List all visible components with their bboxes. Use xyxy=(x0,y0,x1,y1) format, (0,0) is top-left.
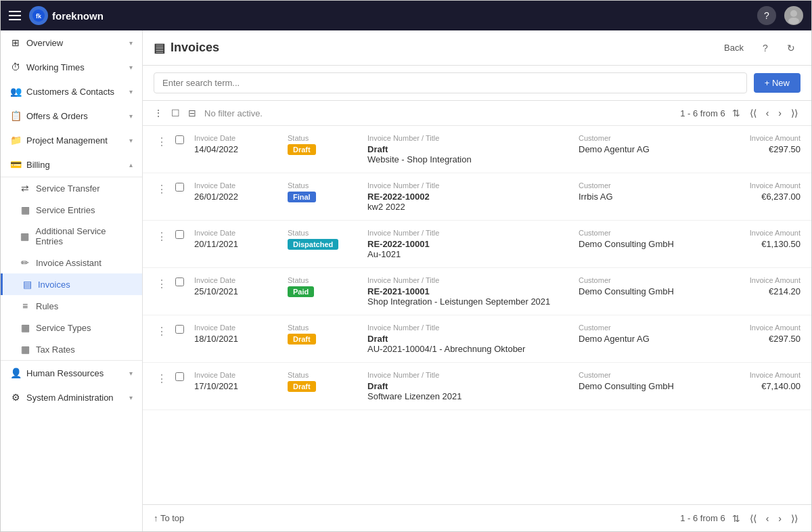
service-transfer-icon: ⇄ xyxy=(20,183,30,194)
table-row: ⋮ Invoice Date 25/10/2021 Status Paid In… xyxy=(143,268,811,315)
help-icon[interactable]: ? xyxy=(757,6,776,25)
billing-chevron: ▴ xyxy=(129,161,133,169)
row-checkbox-6[interactable] xyxy=(175,371,189,381)
row-checkbox-5[interactable] xyxy=(175,324,189,334)
sidebar-label-system-admin: System Administration xyxy=(26,393,114,403)
sidebar-item-offers-orders[interactable]: 📋 Offers & Orders ▾ xyxy=(1,104,142,128)
last-page-button[interactable]: ⟩⟩ xyxy=(788,106,800,120)
col-amount-2: Invoice Amount €6,237.00 xyxy=(719,181,800,202)
invoices-icon: ▤ xyxy=(22,279,32,290)
working-times-icon: ⏱ xyxy=(10,62,21,72)
logo-icon: fk xyxy=(29,6,48,25)
sidebar-item-service-types[interactable]: ▦ Service Types xyxy=(1,317,142,338)
sort-button[interactable]: ⇅ xyxy=(729,106,743,120)
page-title: ▤ Invoices xyxy=(154,41,219,56)
main-layout: ⊞ Overview ▾ ⏱ Working Times ▾ 👥 Custome… xyxy=(1,30,811,531)
sidebar-label-service-transfer: Service Transfer xyxy=(36,183,100,194)
refresh-button[interactable]: ↻ xyxy=(782,39,800,58)
sidebar-label-tax-rates: Tax Rates xyxy=(36,345,75,355)
offers-icon: 📋 xyxy=(10,110,21,121)
user-avatar[interactable] xyxy=(784,6,803,25)
sidebar-label-rules: Rules xyxy=(36,301,58,311)
human-ressources-icon: 👤 xyxy=(10,368,21,378)
col-status-4: Status Paid xyxy=(288,276,362,297)
system-admin-icon: ⚙ xyxy=(10,392,21,403)
new-button[interactable]: + New xyxy=(754,73,800,93)
tax-rates-icon: ▦ xyxy=(20,344,30,355)
first-page-footer-button[interactable]: ⟨⟨ xyxy=(747,512,759,525)
sidebar-item-billing[interactable]: 💳 Billing ▴ xyxy=(1,152,142,177)
col-date-6: Invoice Date 17/10/2021 xyxy=(194,371,282,391)
select-all-checkbox[interactable]: ☐ xyxy=(171,108,180,118)
sidebar-item-overview[interactable]: ⊞ Overview ▾ xyxy=(1,30,142,55)
app-logo[interactable]: fk foreknown xyxy=(29,6,104,25)
table-row: ⋮ Invoice Date 17/10/2021 Status Draft I… xyxy=(143,363,811,410)
row-menu-icon[interactable]: ⋮ xyxy=(154,108,163,118)
content-header: ▤ Invoices Back ? ↻ xyxy=(143,30,811,66)
sidebar-item-tax-rates[interactable]: ▦ Tax Rates xyxy=(1,338,142,361)
last-page-footer-button[interactable]: ⟩⟩ xyxy=(788,512,800,525)
col-status-6: Status Draft xyxy=(288,371,362,392)
pagination-text: 1 - 6 from 6 xyxy=(680,108,725,118)
row-menu-4[interactable]: ⋮ xyxy=(154,276,170,290)
human-ressources-chevron: ▾ xyxy=(129,370,133,377)
row-menu-6[interactable]: ⋮ xyxy=(154,371,170,385)
row-menu-3[interactable]: ⋮ xyxy=(154,229,170,243)
prev-page-button[interactable]: ‹ xyxy=(763,106,772,120)
sort-footer-button[interactable]: ⇅ xyxy=(729,512,743,525)
table-row: ⋮ Invoice Date 14/04/2022 Status Draft I… xyxy=(143,126,811,173)
filter-icon[interactable]: ⊟ xyxy=(188,108,196,118)
top-bar-left: fk foreknown xyxy=(9,6,104,25)
sidebar: ⊞ Overview ▾ ⏱ Working Times ▾ 👥 Custome… xyxy=(1,30,143,531)
col-status-5: Status Draft xyxy=(288,324,362,345)
col-customer-4: Customer Demo Consulting GmbH xyxy=(579,276,714,296)
sidebar-label-service-entries: Service Entries xyxy=(36,205,95,215)
sidebar-label-human-ressources: Human Ressources xyxy=(26,368,104,378)
sidebar-item-service-entries[interactable]: ▦ Service Entries xyxy=(1,199,142,221)
status-badge-2: Final xyxy=(288,192,316,202)
sidebar-item-service-transfer[interactable]: ⇄ Service Transfer xyxy=(1,177,142,199)
content-area: ▤ Invoices Back ? ↻ + New ⋮ ☐ ⊟ xyxy=(143,30,811,531)
sidebar-item-additional-service-entries[interactable]: ▦ Additional Service Entries xyxy=(1,221,142,252)
sidebar-label-working-times: Working Times xyxy=(26,62,85,72)
sidebar-label-additional-service-entries: Additional Service Entries xyxy=(36,226,133,246)
col-status-1: Status Draft xyxy=(288,134,362,155)
next-page-button[interactable]: › xyxy=(775,106,784,120)
col-date-2: Invoice Date 26/01/2022 xyxy=(194,181,282,202)
col-invoice-6: Invoice Number / Title Draft Software Li… xyxy=(367,371,573,401)
help-button[interactable]: ? xyxy=(756,39,775,58)
sidebar-item-invoice-assistant[interactable]: ✏ Invoice Assistant xyxy=(1,252,142,273)
hamburger-menu[interactable] xyxy=(9,11,21,20)
row-checkbox-4[interactable] xyxy=(175,276,189,286)
back-button[interactable]: Back xyxy=(719,40,749,56)
system-admin-chevron: ▾ xyxy=(129,394,133,401)
col-status-2: Status Final xyxy=(288,181,362,202)
first-page-button[interactable]: ⟨⟨ xyxy=(747,106,759,120)
offers-chevron: ▾ xyxy=(129,112,133,120)
row-menu-2[interactable]: ⋮ xyxy=(154,181,170,196)
rules-icon: ≡ xyxy=(20,301,30,311)
search-input[interactable] xyxy=(154,72,747,93)
row-checkbox-1[interactable] xyxy=(175,134,189,144)
sidebar-item-human-ressources[interactable]: 👤 Human Ressources ▾ xyxy=(1,361,142,385)
working-times-chevron: ▾ xyxy=(129,64,133,71)
sidebar-item-working-times[interactable]: ⏱ Working Times ▾ xyxy=(1,55,142,79)
sidebar-item-invoices[interactable]: ▤ Invoices xyxy=(1,273,142,295)
sidebar-item-rules[interactable]: ≡ Rules xyxy=(1,295,142,317)
row-menu-5[interactable]: ⋮ xyxy=(154,324,170,338)
to-top-button[interactable]: ↑ To top xyxy=(154,513,184,523)
table-row: ⋮ Invoice Date 26/01/2022 Status Final I… xyxy=(143,173,811,221)
top-bar-right: ? xyxy=(757,6,803,25)
next-page-footer-button[interactable]: › xyxy=(775,512,784,525)
row-menu-1[interactable]: ⋮ xyxy=(154,134,170,148)
row-checkbox-2[interactable] xyxy=(175,181,189,192)
sidebar-item-project-management[interactable]: 📁 Project Management ▾ xyxy=(1,128,142,152)
sidebar-item-system-administration[interactable]: ⚙ System Administration ▾ xyxy=(1,385,142,409)
sidebar-item-customers-contacts[interactable]: 👥 Customers & Contacts ▾ xyxy=(1,79,142,104)
prev-page-footer-button[interactable]: ‹ xyxy=(763,512,772,525)
col-invoice-4: Invoice Number / Title RE-2021-10001 Sho… xyxy=(367,276,573,307)
row-checkbox-3[interactable] xyxy=(175,229,189,239)
col-invoice-5: Invoice Number / Title Draft AU-2021-100… xyxy=(367,324,573,354)
table-row: ⋮ Invoice Date 20/11/2021 Status Dispatc… xyxy=(143,221,811,268)
service-types-icon: ▦ xyxy=(20,322,30,333)
